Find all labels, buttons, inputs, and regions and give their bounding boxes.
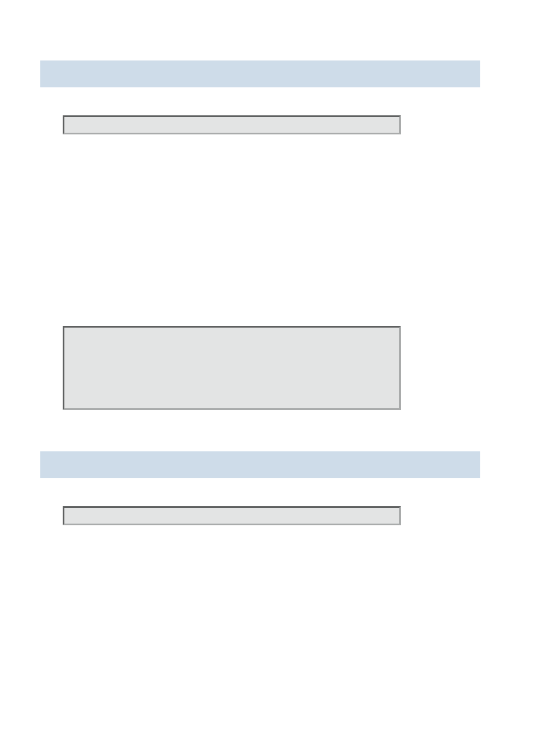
document-page bbox=[0, 0, 534, 756]
code-block bbox=[63, 326, 401, 410]
section-header bbox=[40, 60, 480, 87]
code-block bbox=[63, 506, 401, 525]
section-header bbox=[40, 451, 480, 478]
code-block bbox=[63, 115, 401, 134]
